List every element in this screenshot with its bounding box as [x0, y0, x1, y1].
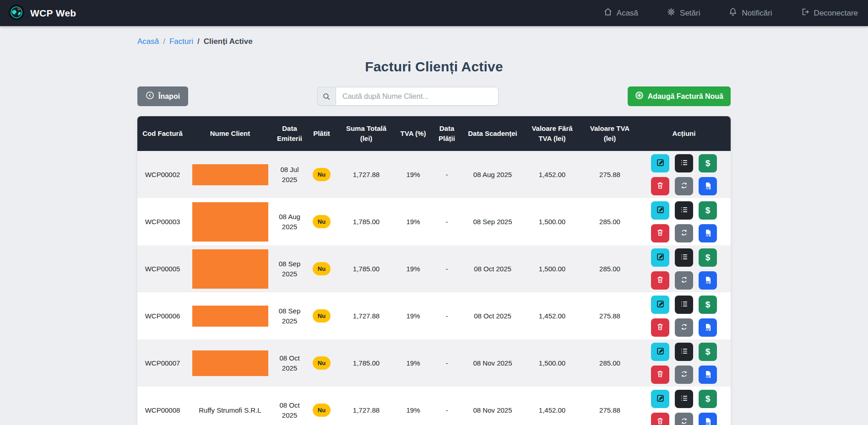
nav-items: Acasă Setări Notificări	[603, 7, 858, 19]
paid-status-badge: Nu	[313, 262, 331, 275]
brand[interactable]: WCP Web	[8, 4, 76, 22]
issue-date: 08 Sep 2025	[272, 245, 307, 292]
word-document-icon: W	[704, 417, 712, 425]
nav-item-logout[interactable]: Deconectare	[801, 7, 858, 19]
paid-status-badge: Nu	[313, 168, 331, 181]
vat-percent: 19%	[396, 245, 430, 292]
nav-item-settings[interactable]: Setări	[667, 7, 700, 19]
actions-group: $	[651, 201, 717, 242]
refresh-icon	[680, 323, 689, 333]
nav-item-home[interactable]: Acasă	[603, 7, 638, 19]
details-button[interactable]	[675, 248, 693, 267]
paid-cell: Nu	[307, 245, 336, 292]
vat-value: 275.88	[582, 387, 637, 425]
issue-date: 08 Oct 2025	[272, 387, 307, 425]
actions-cell: $	[637, 151, 731, 198]
issue-date: 08 Oct 2025	[272, 339, 307, 387]
word-document-icon: W	[704, 229, 712, 237]
refresh-icon	[680, 181, 689, 191]
details-button[interactable]	[675, 343, 693, 361]
client-name-cell	[188, 339, 272, 387]
column-header: Data Scadenței	[463, 116, 522, 151]
sync-button[interactable]	[675, 271, 693, 290]
breadcrumb-current: Clienți Active	[204, 37, 253, 46]
column-header: Data Emiterii	[272, 116, 307, 151]
sync-button[interactable]	[675, 413, 693, 425]
total-amount: 1,785.00	[336, 198, 396, 245]
back-button[interactable]: Înapoi	[137, 86, 188, 106]
payment-button[interactable]: $	[699, 343, 717, 361]
actions-cell: $	[637, 245, 731, 292]
paid-cell: Nu	[307, 198, 336, 245]
column-header: Plătit	[307, 116, 336, 151]
document-button[interactable]: W	[699, 413, 717, 425]
vat-percent: 19%	[396, 198, 430, 245]
column-header: Valoare Fără TVA (lei)	[522, 116, 582, 151]
document-button[interactable]: W	[699, 224, 717, 242]
net-value: 1,500.00	[522, 198, 582, 245]
brand-name: WCP Web	[30, 8, 76, 19]
delete-button[interactable]	[651, 271, 669, 290]
delete-button[interactable]	[651, 177, 669, 195]
edit-button[interactable]	[651, 248, 669, 267]
payment-button[interactable]: $	[699, 154, 717, 172]
details-button[interactable]	[675, 390, 693, 408]
edit-button[interactable]	[651, 343, 669, 361]
word-document-icon: W	[704, 323, 712, 332]
total-amount: 1,727.88	[336, 292, 396, 339]
search-input[interactable]	[336, 87, 499, 106]
delete-button[interactable]	[651, 413, 669, 425]
vat-value: 285.00	[582, 198, 637, 245]
due-date: 08 Aug 2025	[463, 151, 522, 198]
payment-button[interactable]: $	[699, 296, 717, 314]
document-button[interactable]: W	[699, 366, 717, 384]
document-button[interactable]: W	[699, 318, 717, 337]
list-icon	[680, 158, 689, 168]
edit-button[interactable]	[651, 154, 669, 172]
delete-button[interactable]	[651, 224, 669, 242]
add-invoice-button[interactable]: Adaugă Factură Nouă	[628, 86, 731, 106]
delete-button[interactable]	[651, 318, 669, 337]
refresh-icon	[680, 275, 689, 285]
total-amount: 1,727.88	[336, 151, 396, 198]
nav-item-notifications[interactable]: Notificări	[728, 7, 772, 19]
total-amount: 1,785.00	[336, 245, 396, 292]
redacted-client-name	[192, 350, 268, 376]
document-button[interactable]: W	[699, 177, 717, 195]
details-button[interactable]	[675, 296, 693, 314]
actions-group: $	[651, 296, 717, 337]
sync-button[interactable]	[675, 177, 693, 195]
details-button[interactable]	[675, 154, 693, 172]
vat-value: 275.88	[582, 292, 637, 339]
redacted-client-name	[192, 306, 268, 327]
column-header: TVA (%)	[396, 116, 430, 151]
delete-button[interactable]	[651, 366, 669, 384]
payment-date: -	[430, 339, 463, 387]
payment-button[interactable]: $	[699, 201, 717, 220]
column-header: Valoare TVA (lei)	[582, 116, 637, 151]
sync-button[interactable]	[675, 366, 693, 384]
payment-button[interactable]: $	[699, 390, 717, 408]
dollar-icon: $	[705, 253, 711, 263]
edit-button[interactable]	[651, 390, 669, 408]
edit-button[interactable]	[651, 296, 669, 314]
invoices-table-card: Cod FacturăNume ClientData EmiteriiPlăti…	[137, 116, 731, 425]
actions-cell: $	[637, 339, 731, 387]
edit-button[interactable]	[651, 201, 669, 220]
sync-button[interactable]	[675, 224, 693, 242]
payment-button[interactable]: $	[699, 248, 717, 267]
edit-icon	[656, 347, 665, 357]
edit-icon	[656, 394, 665, 404]
total-amount: 1,785.00	[336, 339, 396, 387]
invoice-code: WCP00008	[137, 387, 188, 425]
document-button[interactable]: W	[699, 271, 717, 290]
sync-button[interactable]	[675, 318, 693, 337]
vat-percent: 19%	[396, 339, 430, 387]
paid-status-badge: Nu	[313, 309, 331, 323]
breadcrumb-separator: /	[197, 37, 200, 46]
actions-group: $	[651, 154, 717, 195]
breadcrumb-invoices-link[interactable]: Facturi	[169, 37, 193, 46]
toolbar: Înapoi Adaugă Factură Nouă	[137, 86, 731, 106]
details-button[interactable]	[675, 201, 693, 220]
breadcrumb-home-link[interactable]: Acasă	[137, 37, 159, 46]
